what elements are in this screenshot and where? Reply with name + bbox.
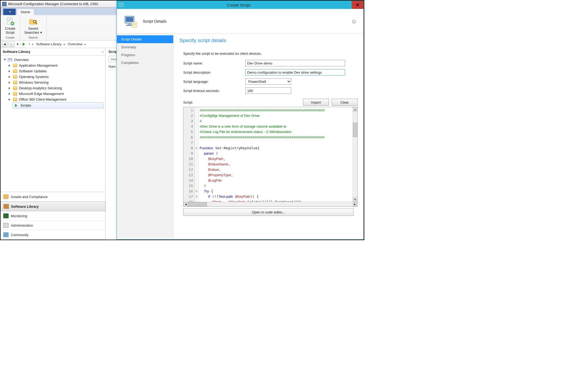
crumb-root[interactable]: \: [28, 42, 31, 46]
tree-application-management[interactable]: Application Management: [1, 63, 106, 68]
create-script-dialog: Create Script ✕ Script Details ☺ Script …: [117, 1, 364, 240]
tree-windows-servicing[interactable]: Windows Servicing: [1, 80, 106, 85]
script-name-input[interactable]: [245, 60, 345, 66]
svg-rect-3: [8, 58, 12, 61]
feedback-icon[interactable]: ☺: [351, 18, 357, 25]
file-menu-button[interactable]: [3, 9, 16, 15]
crumb-software-library[interactable]: Software Library: [35, 42, 63, 46]
ws-community[interactable]: Community: [1, 230, 106, 240]
folder-icon: [13, 81, 17, 84]
computer-script-icon: [123, 14, 138, 29]
folder-icon: [13, 86, 17, 90]
dialog-header: Script Details ☺: [117, 9, 363, 34]
collapse-pane-icon[interactable]: ‹: [102, 50, 103, 54]
svg-rect-10: [132, 22, 137, 28]
ws-monitoring[interactable]: Monitoring: [1, 211, 106, 221]
editor-fold-column[interactable]: ⊟⊟⊟: [195, 107, 199, 202]
community-icon: [3, 232, 9, 237]
scripts-glyph-icon: [15, 104, 19, 107]
tree-office365-management[interactable]: Office 365 Client Management: [1, 97, 106, 102]
dialog-title: Create Script: [125, 3, 352, 7]
step-progress[interactable]: Progress: [117, 51, 173, 59]
script-description-input[interactable]: [245, 69, 345, 76]
script-editor[interactable]: 123456789101112131415161718 ⊟⊟⊟ ########…: [183, 107, 358, 207]
svg-rect-8: [128, 24, 131, 25]
app-icon: [2, 2, 6, 6]
svg-rect-7: [126, 17, 133, 22]
nav-history-button[interactable]: ▾: [16, 41, 19, 47]
scroll-down-icon[interactable]: ▼: [353, 197, 357, 202]
script-language-select[interactable]: PowerShell: [245, 78, 291, 85]
overview-icon: [8, 57, 12, 62]
close-button[interactable]: ✕: [352, 1, 363, 9]
label-script-name: Script name:: [183, 61, 245, 65]
tree-desktop-analytics[interactable]: Desktop Analytics Servicing: [1, 85, 106, 91]
page-title: Specify script details: [179, 38, 358, 43]
tree-overview[interactable]: Overview: [1, 57, 106, 63]
label-script-language: Script language:: [183, 80, 245, 84]
ribbon-group-create: Create: [6, 36, 15, 39]
wizard-steps: Script Details Summary Progress Completi…: [117, 34, 174, 239]
scroll-right-icon[interactable]: ▶: [353, 202, 357, 206]
script-new-icon: [6, 17, 15, 26]
editor-gutter: 123456789101112131415161718: [183, 107, 195, 202]
library-icon: [4, 204, 9, 209]
app-title: Microsoft Configuration Manager (Connect…: [8, 2, 98, 6]
folder-icon: [13, 69, 17, 73]
nav-forward-button[interactable]: ►: [9, 41, 15, 47]
scripts-glyph-icon: [23, 43, 27, 46]
scroll-thumb[interactable]: [188, 202, 207, 206]
system-menu-icon[interactable]: [119, 3, 123, 7]
step-completion[interactable]: Completion: [117, 59, 173, 67]
folder-icon: [13, 98, 17, 101]
scroll-thumb[interactable]: [353, 122, 357, 137]
tree-edge-management[interactable]: Microsoft Edge Management: [1, 91, 106, 97]
assets-icon: [3, 194, 9, 199]
monitoring-icon: [3, 213, 9, 218]
folder-icon: [13, 92, 17, 96]
folder-search-icon: [29, 17, 38, 26]
workspace-switcher: Assets and Compliance Software Library M…: [1, 192, 106, 240]
crumb-overview[interactable]: Overview: [67, 42, 83, 46]
wizard-page: Specify script details Specify the scrip…: [174, 34, 363, 239]
label-script-timeout: Script timeout seconds:: [183, 89, 245, 93]
label-script: Script:: [183, 100, 193, 104]
ws-assets-compliance[interactable]: Assets and Compliance: [1, 192, 106, 202]
folder-icon: [13, 75, 17, 79]
ws-administration[interactable]: Administration: [1, 221, 106, 230]
scroll-left-icon[interactable]: ◀: [183, 202, 188, 206]
page-note: Specify the script to be executed on cli…: [183, 52, 358, 56]
saved-searches-button[interactable]: Saved Searches ▾: [23, 16, 44, 35]
folder-icon: [13, 64, 17, 67]
tree-operating-systems[interactable]: Operating Systems: [1, 74, 106, 80]
tree-software-updates[interactable]: Software Updates: [1, 68, 106, 74]
create-script-button[interactable]: Create Script: [3, 16, 17, 35]
editor-hscrollbar[interactable]: ◀ ▶: [183, 202, 357, 206]
clear-button[interactable]: Clear: [332, 99, 358, 106]
dialog-header-text: Script Details: [143, 19, 166, 23]
svg-rect-4: [8, 59, 10, 60]
label-script-description: Script description:: [183, 70, 245, 74]
nav-back-button[interactable]: ◄: [2, 41, 8, 47]
editor-code[interactable]: ########################################…: [199, 107, 353, 202]
import-button[interactable]: Import: [303, 99, 329, 106]
ribbon-group-search: Search: [28, 36, 38, 39]
script-timeout-input[interactable]: [245, 87, 291, 94]
admin-icon: [3, 223, 9, 228]
svg-rect-5: [10, 59, 12, 60]
dialog-titlebar[interactable]: Create Script ✕: [117, 1, 363, 9]
editor-vscrollbar[interactable]: ▲ ▼: [353, 107, 357, 202]
scroll-up-icon[interactable]: ▲: [353, 107, 357, 112]
step-script-details[interactable]: Script Details: [117, 35, 173, 43]
open-code-editor-button[interactable]: Open in code editor...: [183, 208, 354, 216]
step-summary[interactable]: Summary: [117, 43, 173, 51]
tab-home[interactable]: Home: [17, 9, 34, 15]
tree-header: Software Library‹: [1, 48, 106, 56]
nav-tree[interactable]: Overview Application Management Software…: [1, 56, 106, 192]
ws-software-library[interactable]: Software Library: [1, 202, 106, 211]
tree-scripts[interactable]: Scripts: [12, 102, 104, 108]
